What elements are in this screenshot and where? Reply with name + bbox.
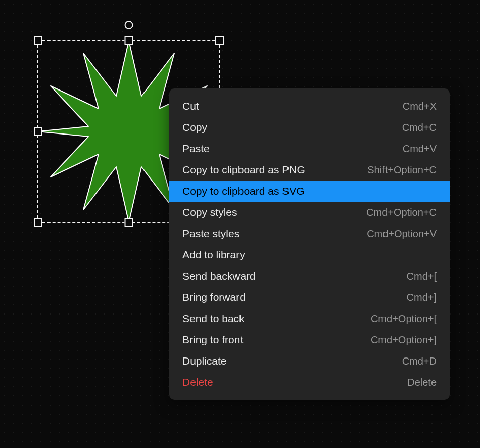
menu-item-shortcut: Cmd+[ xyxy=(407,271,437,282)
menu-item-label: Send to back xyxy=(182,312,245,325)
menu-item-label: Duplicate xyxy=(182,355,227,367)
menu-item-shortcut: Cmd+Option+[ xyxy=(371,313,437,325)
menu-item-shortcut: Cmd+D xyxy=(402,355,437,367)
menu-item-copy-to-clipboard-as-svg[interactable]: Copy to clipboard as SVG xyxy=(169,181,450,202)
menu-item-delete[interactable]: DeleteDelete xyxy=(169,372,450,393)
menu-item-label: Paste xyxy=(182,143,210,155)
menu-item-paste-styles[interactable]: Paste stylesCmd+Option+V xyxy=(169,223,450,244)
menu-item-bring-to-front[interactable]: Bring to frontCmd+Option+] xyxy=(169,329,450,350)
menu-item-shortcut: Cmd+Option+] xyxy=(371,334,437,346)
menu-item-shortcut: Cmd+X xyxy=(403,101,437,112)
context-menu: CutCmd+XCopyCmd+CPasteCmd+VCopy to clipb… xyxy=(169,88,450,400)
menu-item-label: Bring forward xyxy=(182,291,246,303)
resize-handle-top-left[interactable] xyxy=(34,36,42,45)
menu-item-label: Delete xyxy=(182,376,213,388)
resize-handle-top-right[interactable] xyxy=(215,36,224,45)
resize-handle-middle-left[interactable] xyxy=(34,127,42,136)
menu-item-label: Add to library xyxy=(182,249,245,261)
menu-item-send-to-back[interactable]: Send to backCmd+Option+[ xyxy=(169,308,450,329)
menu-item-shortcut: Delete xyxy=(407,377,437,388)
resize-handle-bottom-left[interactable] xyxy=(34,218,42,227)
drawing-canvas[interactable]: CutCmd+XCopyCmd+CPasteCmd+VCopy to clipb… xyxy=(0,0,480,448)
menu-item-copy[interactable]: CopyCmd+C xyxy=(169,117,450,138)
resize-handle-top-middle[interactable] xyxy=(125,36,133,45)
menu-item-shortcut: Cmd+V xyxy=(403,143,437,155)
menu-item-label: Cut xyxy=(182,100,199,112)
menu-item-cut[interactable]: CutCmd+X xyxy=(169,96,450,117)
menu-item-add-to-library[interactable]: Add to library xyxy=(169,244,450,265)
menu-item-paste[interactable]: PasteCmd+V xyxy=(169,138,450,159)
menu-item-shortcut: Shift+Option+C xyxy=(367,164,437,176)
menu-item-duplicate[interactable]: DuplicateCmd+D xyxy=(169,350,450,372)
menu-item-bring-forward[interactable]: Bring forwardCmd+] xyxy=(169,287,450,308)
menu-item-label: Paste styles xyxy=(182,228,239,240)
menu-item-shortcut: Cmd+] xyxy=(407,292,437,303)
rotation-handle[interactable] xyxy=(125,21,133,29)
menu-item-shortcut: Cmd+C xyxy=(402,122,437,133)
menu-item-label: Send backward xyxy=(182,270,256,282)
menu-item-shortcut: Cmd+Option+C xyxy=(366,207,437,218)
menu-item-shortcut: Cmd+Option+V xyxy=(367,228,437,240)
menu-item-send-backward[interactable]: Send backwardCmd+[ xyxy=(169,265,450,287)
menu-item-label: Copy styles xyxy=(182,206,237,218)
menu-item-label: Copy to clipboard as PNG xyxy=(182,164,305,176)
menu-item-label: Bring to front xyxy=(182,334,243,346)
menu-item-copy-styles[interactable]: Copy stylesCmd+Option+C xyxy=(169,202,450,223)
menu-item-label: Copy to clipboard as SVG xyxy=(182,185,305,197)
resize-handle-bottom-middle[interactable] xyxy=(125,218,133,227)
menu-item-label: Copy xyxy=(182,121,207,133)
menu-item-copy-to-clipboard-as-png[interactable]: Copy to clipboard as PNGShift+Option+C xyxy=(169,159,450,181)
